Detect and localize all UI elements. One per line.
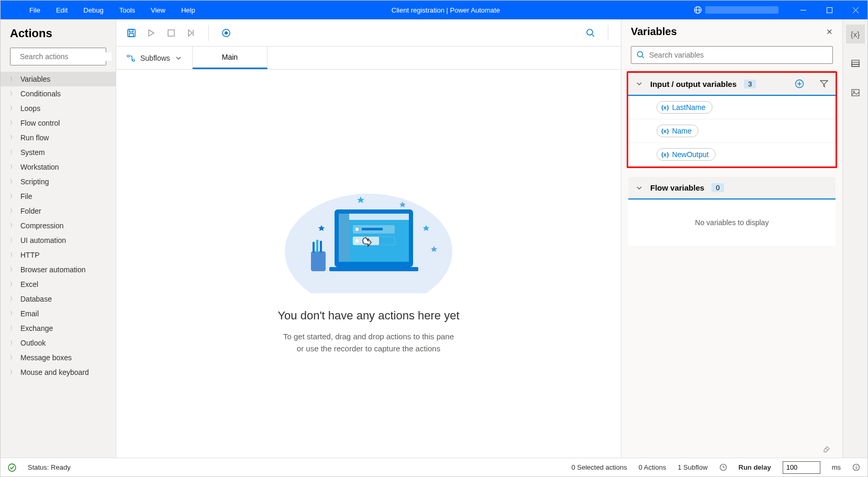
- svg-rect-25: [339, 214, 409, 220]
- actions-search-input[interactable]: [20, 52, 112, 61]
- subflows-dropdown[interactable]: Subflows: [116, 47, 193, 69]
- menu-help[interactable]: Help: [173, 6, 203, 14]
- actions-list[interactable]: 〉Variables 〉Conditionals 〉Loops 〉Flow co…: [1, 72, 116, 458]
- variable-icon: {x}: [661, 104, 669, 110]
- actions-count: 0 Actions: [639, 463, 666, 471]
- toolbar-separator: [208, 25, 209, 41]
- category-label: Exchange: [20, 324, 53, 332]
- category-mouse-keyboard[interactable]: 〉Mouse and keyboard: [1, 365, 116, 380]
- variable-value-box: [694, 126, 724, 136]
- category-browser-automation[interactable]: 〉Browser automation: [1, 262, 116, 277]
- svg-rect-52: [852, 64, 859, 66]
- variable-name: LastName: [672, 103, 706, 112]
- designer-canvas[interactable]: You don't have any actions here yet To g…: [116, 70, 621, 458]
- io-variables-header[interactable]: Input / output variables 3: [628, 73, 836, 96]
- search-flow-button[interactable]: [585, 27, 596, 39]
- chevron-right-icon: 〉: [10, 207, 15, 215]
- category-flow-control[interactable]: 〉Flow control: [1, 116, 116, 130]
- status-ok-icon: [8, 463, 16, 472]
- search-icon: [637, 51, 645, 59]
- actions-search[interactable]: [10, 48, 106, 65]
- rail-images-button[interactable]: [846, 83, 865, 102]
- svg-rect-34: [311, 251, 326, 271]
- svg-rect-29: [362, 228, 383, 230]
- category-variables[interactable]: 〉Variables: [1, 72, 116, 86]
- category-run-flow[interactable]: 〉Run flow: [1, 130, 116, 145]
- category-label: System: [20, 148, 45, 157]
- category-compression[interactable]: 〉Compression: [1, 218, 116, 233]
- svg-rect-26: [339, 214, 349, 262]
- chevron-right-icon: 〉: [10, 310, 15, 317]
- svg-line-19: [592, 35, 594, 37]
- category-exchange[interactable]: 〉Exchange: [1, 321, 116, 336]
- tabs-row: Subflows Main: [116, 47, 621, 70]
- category-excel[interactable]: 〉Excel: [1, 277, 116, 292]
- tab-main[interactable]: Main: [193, 47, 268, 69]
- io-variables-section: Input / output variables 3 {x}LastName {…: [627, 71, 837, 168]
- flow-variables-header[interactable]: Flow variables 0: [628, 177, 836, 199]
- rail-ui-elements-button[interactable]: [846, 54, 865, 73]
- maximize-button[interactable]: [817, 1, 841, 19]
- category-conditionals[interactable]: 〉Conditionals: [1, 86, 116, 101]
- run-delay-input[interactable]: [783, 461, 820, 474]
- svg-rect-10: [129, 29, 133, 32]
- menu-tools[interactable]: Tools: [112, 6, 143, 14]
- svg-rect-4: [827, 7, 832, 13]
- stop-button[interactable]: [165, 27, 177, 39]
- step-button[interactable]: [185, 27, 197, 39]
- category-scripting[interactable]: 〉Scripting: [1, 174, 116, 189]
- filter-button[interactable]: [820, 80, 828, 88]
- minimize-button[interactable]: [791, 1, 815, 19]
- chevron-right-icon: 〉: [10, 149, 15, 156]
- category-label: Conditionals: [20, 90, 61, 98]
- category-system[interactable]: 〉System: [1, 145, 116, 160]
- category-database[interactable]: 〉Database: [1, 292, 116, 306]
- variable-pill[interactable]: {x}NewOutput: [656, 148, 716, 161]
- category-label: Loops: [20, 104, 40, 113]
- subflows-count: 1 Subflow: [677, 463, 707, 471]
- menu-debug[interactable]: Debug: [75, 6, 111, 14]
- menu-file[interactable]: File: [21, 6, 48, 14]
- category-message-boxes[interactable]: 〉Message boxes: [1, 350, 116, 365]
- variable-pill[interactable]: {x}Name: [656, 125, 698, 137]
- category-loops[interactable]: 〉Loops: [1, 101, 116, 116]
- menu-view[interactable]: View: [143, 6, 173, 14]
- tenant-badge[interactable]: [688, 5, 784, 15]
- variable-pill[interactable]: {x}LastName: [656, 101, 713, 114]
- category-folder[interactable]: 〉Folder: [1, 204, 116, 218]
- category-email[interactable]: 〉Email: [1, 306, 116, 321]
- recorder-button[interactable]: [220, 27, 232, 39]
- category-label: Compression: [20, 221, 63, 230]
- category-http[interactable]: 〉HTTP: [1, 248, 116, 262]
- variables-search[interactable]: [631, 46, 833, 64]
- variable-item[interactable]: {x}LastName: [628, 96, 836, 119]
- close-panel-button[interactable]: ✕: [826, 27, 833, 37]
- svg-rect-37: [320, 241, 322, 252]
- svg-marker-14: [188, 30, 192, 36]
- category-workstation[interactable]: 〉Workstation: [1, 160, 116, 174]
- io-variables-list: {x}LastName {x}Name {x}NewOutput: [628, 96, 836, 167]
- run-button[interactable]: [146, 27, 157, 39]
- category-ui-automation[interactable]: 〉UI automation: [1, 233, 116, 248]
- svg-line-44: [642, 57, 644, 59]
- variables-title: Variables: [631, 26, 826, 38]
- variable-item[interactable]: {x}NewOutput: [628, 143, 836, 167]
- category-outlook[interactable]: 〉Outlook: [1, 336, 116, 350]
- category-file[interactable]: 〉File: [1, 189, 116, 204]
- close-button[interactable]: [843, 1, 867, 19]
- empty-heading: You don't have any actions here yet: [277, 309, 459, 323]
- add-variable-button[interactable]: [795, 79, 804, 88]
- menu-edit[interactable]: Edit: [48, 6, 75, 14]
- info-icon[interactable]: [852, 463, 860, 471]
- clear-button[interactable]: [822, 443, 832, 452]
- svg-point-20: [127, 55, 129, 57]
- chevron-right-icon: 〉: [10, 339, 15, 347]
- save-button[interactable]: [126, 27, 137, 39]
- rail-variables-button[interactable]: {x}: [846, 25, 865, 43]
- variables-search-input[interactable]: [649, 51, 827, 59]
- chevron-right-icon: 〉: [10, 90, 15, 97]
- variable-item[interactable]: {x}Name: [628, 119, 836, 143]
- clock-icon: [719, 463, 727, 471]
- chevron-down-icon: [175, 55, 182, 61]
- globe-icon: [694, 6, 702, 14]
